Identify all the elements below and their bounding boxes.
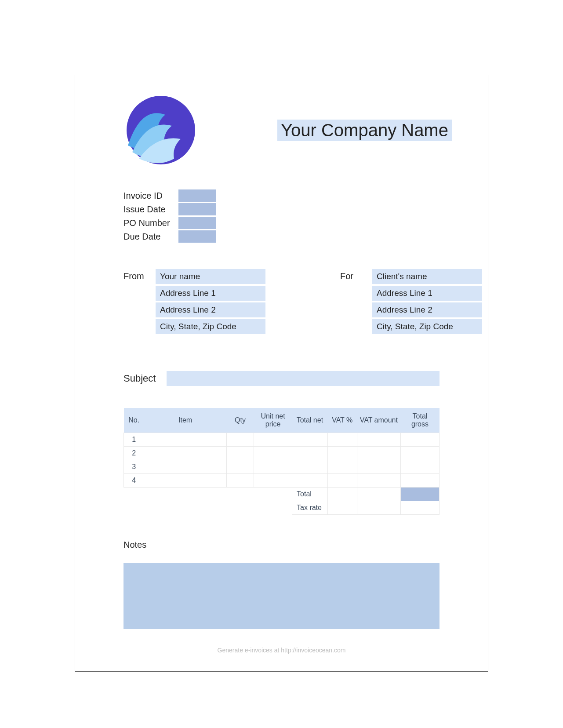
notes-label: Notes (123, 540, 440, 550)
cell-vat-amt[interactable] (357, 447, 400, 460)
col-item: Item (144, 408, 226, 433)
cell-item[interactable] (144, 433, 226, 447)
invoice-sheet: Your Company Name Invoice ID Issue Date … (75, 75, 488, 672)
notes-field[interactable] (123, 563, 440, 629)
cell-item[interactable] (144, 447, 226, 460)
due-date-label: Due Date (123, 232, 178, 242)
po-number-label: PO Number (123, 218, 178, 228)
cell-qty[interactable] (226, 460, 254, 474)
subject-field[interactable] (167, 371, 440, 386)
cell-vat-pct[interactable] (327, 447, 357, 460)
for-address-1[interactable]: Address Line 1 (372, 286, 482, 301)
tax-vat-amt[interactable] (357, 501, 400, 515)
items-body: 1 2 (124, 433, 440, 515)
company-name[interactable]: Your Company Name (277, 120, 452, 141)
from-city-state-zip[interactable]: City, State, Zip Code (156, 319, 265, 334)
header: Your Company Name (123, 93, 440, 167)
cell-vat-pct[interactable] (327, 460, 357, 474)
cell-vat-amt[interactable] (357, 460, 400, 474)
total-vat-amt[interactable] (357, 488, 400, 501)
table-row: 2 (124, 447, 440, 460)
due-date-field[interactable] (178, 230, 216, 243)
totals-row-tax: Tax rate (124, 501, 440, 515)
from-block: From Your name Address Line 1 Address Li… (123, 269, 265, 336)
table-row: 4 (124, 474, 440, 488)
subject-row: Subject (123, 371, 440, 386)
cell-qty[interactable] (226, 433, 254, 447)
total-label: Total (292, 488, 328, 501)
wave-logo-icon (123, 93, 198, 167)
cell-vat-amt[interactable] (357, 474, 400, 488)
cell-total-gross[interactable] (400, 433, 439, 447)
cell-qty[interactable] (226, 447, 254, 460)
cell-total-gross[interactable] (400, 474, 439, 488)
cell-unit[interactable] (254, 447, 292, 460)
cell-vat-amt[interactable] (357, 433, 400, 447)
col-qty: Qty (226, 408, 254, 433)
cell-vat-pct[interactable] (327, 433, 357, 447)
col-vat-pct: VAT % (327, 408, 357, 433)
cell-total-gross[interactable] (400, 460, 439, 474)
cell-no: 1 (124, 433, 144, 447)
table-row: 1 (124, 433, 440, 447)
cell-item[interactable] (144, 460, 226, 474)
cell-unit[interactable] (254, 460, 292, 474)
cell-qty[interactable] (226, 474, 254, 488)
po-number-field[interactable] (178, 217, 216, 229)
for-label: For (340, 269, 364, 336)
cell-unit[interactable] (254, 474, 292, 488)
for-city-state-zip[interactable]: City, State, Zip Code (372, 319, 482, 334)
tax-vat-pct[interactable] (327, 501, 357, 515)
cell-item[interactable] (144, 474, 226, 488)
invoice-id-field[interactable] (178, 189, 216, 202)
divider (123, 537, 440, 537)
tax-gross[interactable] (400, 501, 439, 515)
cell-no: 3 (124, 460, 144, 474)
cell-total-net[interactable] (292, 460, 328, 474)
issue-date-label: Issue Date (123, 204, 178, 215)
tax-rate-label: Tax rate (292, 501, 328, 515)
invoice-meta: Invoice ID Issue Date PO Number Due Date (123, 189, 440, 243)
footer-text: Generate e-invoices at http://invoiceoce… (123, 647, 440, 654)
from-name[interactable]: Your name (156, 269, 265, 284)
subject-label: Subject (123, 373, 156, 384)
col-no: No. (124, 408, 144, 433)
cell-unit[interactable] (254, 433, 292, 447)
parties: From Your name Address Line 1 Address Li… (123, 269, 440, 336)
from-address-1[interactable]: Address Line 1 (156, 286, 265, 301)
from-address-2[interactable]: Address Line 2 (156, 302, 265, 317)
total-vat-pct[interactable] (327, 488, 357, 501)
cell-total-net[interactable] (292, 474, 328, 488)
for-block: For Client's name Address Line 1 Address… (340, 269, 482, 336)
totals-row-total: Total (124, 488, 440, 501)
col-total-gross: Total gross (400, 408, 439, 433)
items-table: No. Item Qty Unit net price Total net VA… (123, 408, 440, 515)
col-unit: Unit net price (254, 408, 292, 433)
table-row: 3 (124, 460, 440, 474)
cell-no: 4 (124, 474, 144, 488)
cell-no: 2 (124, 447, 144, 460)
col-vat-amt: VAT amount (357, 408, 400, 433)
cell-total-net[interactable] (292, 447, 328, 460)
cell-total-gross[interactable] (400, 447, 439, 460)
cell-total-net[interactable] (292, 433, 328, 447)
issue-date-field[interactable] (178, 203, 216, 215)
for-name[interactable]: Client's name (372, 269, 482, 284)
cell-vat-pct[interactable] (327, 474, 357, 488)
from-label: From (123, 269, 148, 336)
invoice-id-label: Invoice ID (123, 191, 178, 201)
col-total-net: Total net (292, 408, 328, 433)
total-gross[interactable] (400, 488, 439, 501)
for-address-2[interactable]: Address Line 2 (372, 302, 482, 317)
